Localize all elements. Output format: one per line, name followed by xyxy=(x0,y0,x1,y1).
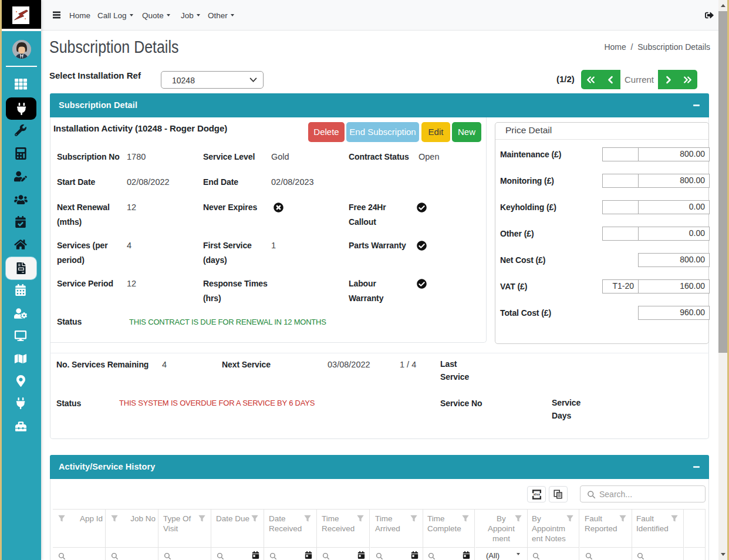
svg-text:xlsx: xlsx xyxy=(533,492,540,496)
